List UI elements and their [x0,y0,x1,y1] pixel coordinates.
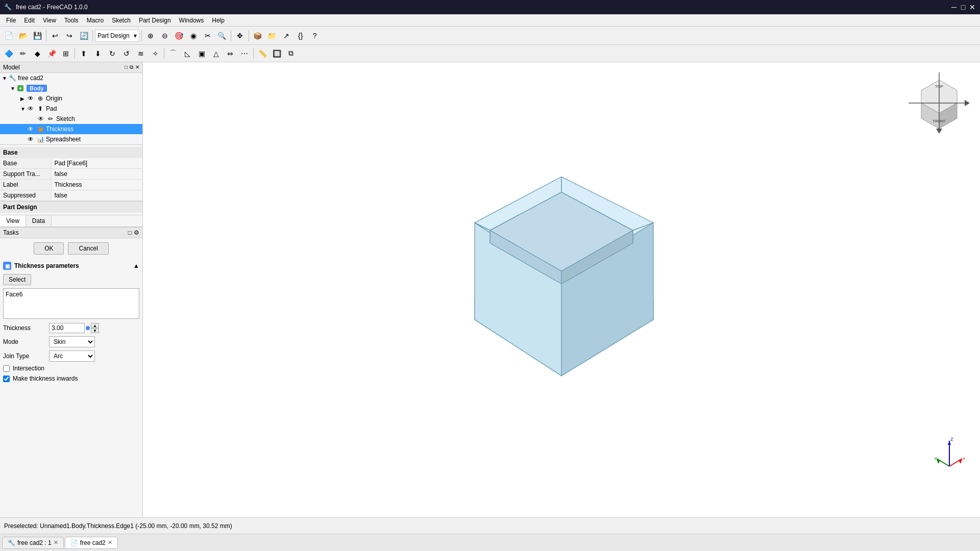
groove-btn[interactable]: ↺ [120,47,133,60]
undo-button[interactable]: ↩ [48,29,62,42]
export-button[interactable]: ↗ [280,29,293,42]
mirror-btn[interactable]: ⊞ [59,47,72,60]
prop-row-label: Label Thickness [0,180,142,190]
linear-pattern-btn[interactable]: ⋯ [238,47,251,60]
view-button[interactable]: 🎯 [173,29,186,42]
pad-eye-icon: 👁 [27,105,35,113]
mode-select[interactable]: Skin [49,336,95,347]
select-button[interactable]: Select [3,274,31,285]
loft-btn[interactable]: ⟡ [149,47,162,60]
clone-btn[interactable]: ⧉ [284,47,298,60]
sep-t1 [75,48,75,59]
refresh-button[interactable]: 🔄 [77,29,90,42]
menu-sketch[interactable]: Sketch [108,16,135,25]
model-float-btn[interactable]: ⧉ [130,64,133,70]
pocket-btn[interactable]: ⬇ [91,47,105,60]
new-button[interactable]: 📄 [2,29,15,42]
section-button[interactable]: ◉ [187,29,200,42]
structure-button[interactable]: 📦 [251,29,264,42]
prop-val-support: false [51,169,142,180]
ref-btn[interactable]: 🔲 [270,47,283,60]
move-button[interactable]: ✥ [233,29,247,42]
tasks-minimize-btn[interactable]: □ [128,229,132,236]
join-type-select[interactable]: Arc [49,350,95,362]
model-minimize-btn[interactable]: □ [125,64,128,70]
tree-root[interactable]: ▼ 🔧 free cad2 [0,73,142,83]
menu-windows[interactable]: Windows [175,16,208,25]
tab-freecad2-2[interactable]: 📄 free cad2 ✕ [65,537,118,549]
tree-pad[interactable]: ▼ 👁 ⬆ Pad [0,104,142,114]
thickness-btn[interactable]: ▣ [195,47,208,60]
tab-view[interactable]: View [0,215,26,227]
thickness-input[interactable] [49,323,85,333]
intersection-checkbox[interactable] [3,365,10,372]
menu-part-design[interactable]: Part Design [135,16,175,25]
root-arrow: ▼ [2,76,8,81]
pad-btn[interactable]: ⬆ [77,47,90,60]
tree-sketch[interactable]: 👁 ✏ Sketch [0,114,142,124]
model-title: Model [3,64,20,71]
shape-btn[interactable]: ◆ [31,47,44,60]
tab-freecad2-1[interactable]: 🔧 free cad2 : 1 ✕ [2,537,64,549]
sketch-btn[interactable]: ✏ [16,47,30,60]
draft-btn[interactable]: △ [209,47,223,60]
cancel-button[interactable]: Cancel [68,242,108,255]
thickness-value-container: ▲ ▼ [49,323,139,333]
tab-close-2[interactable]: ✕ [108,539,112,546]
tree-origin[interactable]: ▶ 👁 ⊕ Origin [0,93,142,104]
3d-viewport[interactable]: TOP FRONT [143,62,980,517]
ok-button[interactable]: OK [34,242,64,255]
zoom-button[interactable]: 🔍 [215,29,229,42]
chamfer-btn[interactable]: ◺ [181,47,194,60]
view-data-tabs: View Data [0,215,142,227]
tab-close-1[interactable]: ✕ [54,539,58,546]
fillet-btn[interactable]: ⌒ [166,47,180,60]
save-button[interactable]: 💾 [31,29,44,42]
model-close-btn[interactable]: ✕ [135,64,139,70]
redo-button[interactable]: ↪ [63,29,76,42]
help-button[interactable]: ? [308,29,322,42]
part-design-toolbar: 🔷 ✏ ◆ 📌 ⊞ ⬆ ⬇ ↻ ↺ ≋ ⟡ ⌒ ◺ ▣ △ ⇔ ⋯ 📏 🔲 ⧉ [0,45,980,62]
close-button[interactable]: ✕ [969,4,976,11]
tree-thickness[interactable]: 👁 ▣ Thickness [0,124,142,134]
tasks-settings-btn[interactable]: ⚙ [134,229,139,236]
code-button[interactable]: {} [294,29,307,42]
menu-file[interactable]: File [2,16,20,25]
tree-spreadsheet[interactable]: 👁 📊 Spreadsheet [0,134,142,144]
measure-btn[interactable]: 📏 [256,47,269,60]
zoom-fit-button[interactable]: ⊕ [144,29,157,42]
mode-selector[interactable]: Part Design ▾ [95,30,139,42]
maximize-button[interactable]: □ [960,4,967,11]
navigation-cube[interactable]: TOP FRONT [909,72,970,134]
open-button[interactable]: 📂 [16,29,30,42]
freecad-icon: 🔧 [8,74,16,82]
coordinate-axis: X Y Z [934,436,965,466]
clip-button[interactable]: ✂ [201,29,214,42]
tab-data[interactable]: Data [26,215,52,227]
rev-btn[interactable]: ↻ [106,47,119,60]
menu-help[interactable]: Help [208,16,229,25]
minimize-button[interactable]: ─ [950,4,958,11]
mirrored-btn[interactable]: ⇔ [224,47,237,60]
tree-body[interactable]: ▼ ● Body [0,83,142,93]
thickness-arrow [20,127,27,132]
part-button[interactable]: 📁 [265,29,279,42]
menu-view[interactable]: View [39,16,60,25]
tabs-bar: 🔧 free cad2 : 1 ✕ 📄 free cad2 ✕ [0,534,980,551]
menu-macro[interactable]: Macro [83,16,108,25]
attach-btn[interactable]: 📌 [45,47,58,60]
zoom-out-button[interactable]: ⊖ [158,29,172,42]
make-inwards-checkbox[interactable] [3,375,10,382]
3d-model [434,162,689,418]
body-btn[interactable]: 🔷 [2,47,15,60]
pad-icon: ⬆ [36,105,44,113]
thickness-up-btn[interactable]: ▲ [91,323,99,328]
menu-edit[interactable]: Edit [20,16,39,25]
params-collapse-btn[interactable]: ▲ [133,262,139,269]
part-design-section-title: Part Design [0,201,142,213]
menu-tools[interactable]: Tools [60,16,83,25]
sketch-arrow [31,116,37,122]
mode-value-container: Skin [49,336,139,347]
addpipe-btn[interactable]: ≋ [134,47,148,60]
thickness-down-btn[interactable]: ▼ [91,328,99,333]
